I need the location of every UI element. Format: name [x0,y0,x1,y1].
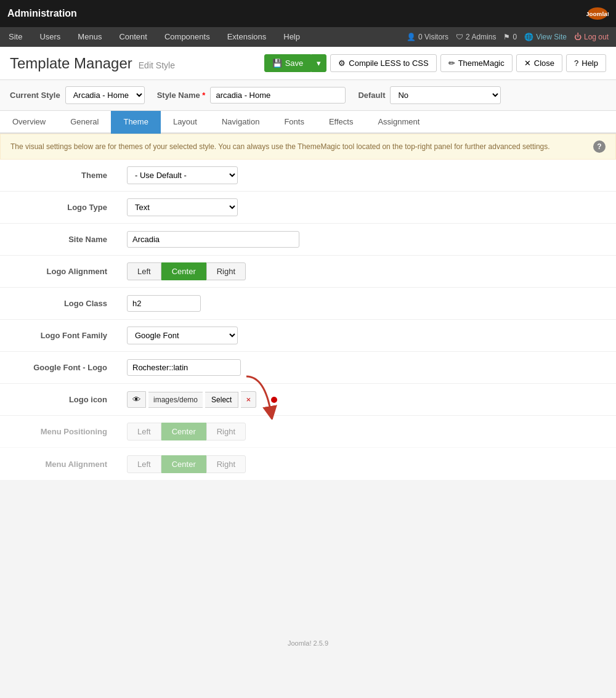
top-bar: Administration Joomla! [0,0,616,27]
nav-bar-left: Site Users Menus Content Components Exte… [0,27,309,47]
logo-alignment-row: Logo Alignment Left Center Right [0,256,616,288]
header-buttons: 💾 Save ▾ ⚙ Compile LESS to CSS ✏ ThemeMa… [264,54,606,72]
info-text: The visual settings below are for themes… [10,142,550,151]
alerts-count: ⚑ 0 [503,33,517,41]
tab-theme[interactable]: Theme [111,111,160,134]
align-left-button[interactable]: Left [127,262,161,280]
required-marker: * [202,91,205,100]
page-subtitle: Edit Style [139,60,175,70]
logo-alignment-label: Logo Alignment [0,259,117,283]
logout-icon: ⏻ [574,33,582,41]
mp-left[interactable]: Left [127,423,161,440]
site-name-input[interactable]: Arcadia [127,231,299,248]
google-font-logo-label: Google Font - Logo [0,355,117,379]
admins-count: 🛡 2 Admins [456,33,496,41]
current-style-select[interactable]: Arcadia - Home [65,86,145,104]
mp-right[interactable]: Right [206,423,246,440]
style-row: Current Style Arcadia - Home Style Name … [0,80,616,111]
site-name-control: Arcadia [117,225,616,254]
help-icon: ? [574,59,578,68]
nav-bar: Site Users Menus Content Components Exte… [0,27,616,47]
logo-class-control: h2 [117,289,616,318]
current-style-label: Current Style [10,91,60,100]
logo-icon-select-button[interactable]: Select [205,392,238,408]
tab-fonts[interactable]: Fonts [272,111,317,134]
compile-less-button[interactable]: ⚙ Compile LESS to CSS [330,54,436,72]
nav-help[interactable]: Help [275,27,309,47]
footer: Joomla! 2.5.9 [0,633,616,653]
save-icon: 💾 [272,59,282,68]
close-button[interactable]: ✕ Close [516,54,562,72]
nav-content[interactable]: Content [110,27,156,47]
align-center-button[interactable]: Center [161,262,206,280]
footer-version: Joomla! 2.5.9 [288,639,328,647]
tab-general[interactable]: General [58,111,111,134]
tab-overview[interactable]: Overview [0,111,58,134]
nav-users[interactable]: Users [31,27,69,47]
logo-icon-control: 👁 images/demo Select × [117,385,616,414]
tab-layout[interactable]: Layout [161,111,209,134]
logo-class-row: Logo Class h2 [0,288,616,320]
logo-font-family-control: Google Font [117,320,616,351]
tab-assignment[interactable]: Assignment [365,111,432,134]
nav-menus[interactable]: Menus [69,27,110,47]
nav-components[interactable]: Components [156,27,219,47]
ma-right[interactable]: Right [206,455,246,473]
info-bar: The visual settings below are for themes… [0,134,616,160]
logout-link[interactable]: ⏻ Log out [574,33,609,41]
info-help-icon[interactable]: ? [593,140,606,153]
logo-font-family-select[interactable]: Google Font [127,327,238,344]
flag-icon: ⚑ [503,33,510,41]
joomla-logo: Joomla! [586,6,609,21]
style-name-input[interactable]: arcadia - Home [210,87,346,103]
page-header: Template Manager Edit Style 💾 Save ▾ ⚙ C… [0,47,616,80]
nav-site[interactable]: Site [0,27,31,47]
logo-class-input[interactable]: h2 [127,295,201,312]
mp-center[interactable]: Center [161,423,206,440]
ma-center[interactable]: Center [161,455,206,473]
view-site-link[interactable]: 🌐 View Site [524,33,567,41]
logo-icon-input-group: 👁 images/demo Select × [127,391,256,408]
tab-navigation[interactable]: Navigation [209,111,272,134]
logo-alignment-buttons: Left Center Right [127,262,246,280]
ma-left[interactable]: Left [127,455,161,473]
logo-icon-preview-button[interactable]: 👁 [127,391,146,408]
page-title-area: Template Manager Edit Style [10,55,175,72]
compile-icon: ⚙ [338,59,346,68]
save-button[interactable]: 💾 Save [264,54,312,72]
user-icon: 👤 [407,33,416,41]
nav-bar-right: 👤 0 Visitors 🛡 2 Admins ⚑ 0 🌐 View Site … [407,33,616,41]
default-select[interactable]: No [390,86,501,104]
theme-magic-button[interactable]: ✏ ThemeMagic [440,54,513,72]
align-right-button[interactable]: Right [206,262,246,280]
theme-select[interactable]: - Use Default - [127,166,238,184]
menu-positioning-control: Left Center Right [117,416,616,447]
theme-row: Theme - Use Default - [0,160,616,192]
save-dropdown-button[interactable]: ▾ [311,54,326,72]
nav-extensions[interactable]: Extensions [219,27,275,47]
help-button[interactable]: ? Help [566,54,606,72]
site-name-row: Site Name Arcadia [0,224,616,256]
default-label: Default [358,91,385,100]
google-font-logo-input[interactable]: Rochester::latin [127,359,241,376]
google-font-logo-row: Google Font - Logo Rochester::latin [0,352,616,384]
shield-icon: 🛡 [456,33,463,41]
svg-text:Joomla!: Joomla! [586,11,609,18]
tabs: Overview General Theme Layout Navigation… [0,111,616,134]
google-font-logo-control: Rochester::latin [117,353,616,382]
tab-effects[interactable]: Effects [317,111,366,134]
admin-title: Administration [7,8,77,19]
menu-positioning-label: Menu Positioning [0,420,117,444]
visitors-count: 👤 0 Visitors [407,33,448,41]
save-button-group: 💾 Save ▾ [264,54,327,72]
logo-type-label: Logo Type [0,195,117,219]
form-area: Theme - Use Default - Logo Type Text Sit… [0,160,616,480]
logo-type-row: Logo Type Text [0,192,616,224]
logo-font-family-label: Logo Font Family [0,323,117,347]
logo-type-control: Text [117,192,616,222]
logo-type-select[interactable]: Text [127,198,238,216]
menu-alignment-control: Left Center Right [117,449,616,479]
tooltip-arrow-indicator [240,370,277,421]
menu-positioning-buttons: Left Center Right [127,423,246,440]
menu-alignment-row: Menu Alignment Left Center Right [0,448,616,480]
